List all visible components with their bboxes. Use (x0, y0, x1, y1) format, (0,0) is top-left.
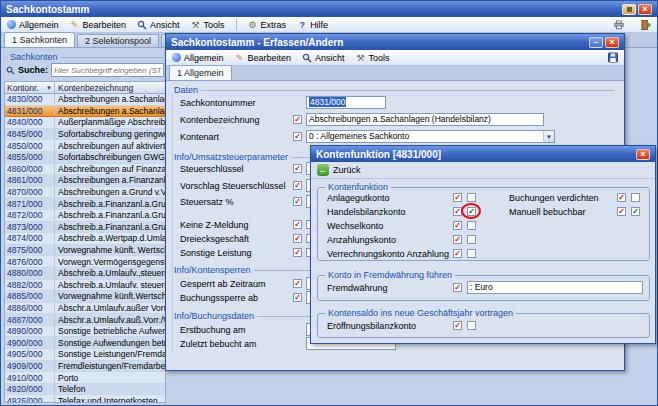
table-row[interactable]: 4905/000Sonstige Leistungen/Fremdarbeite… (5, 349, 165, 361)
close-icon[interactable]: × (605, 37, 619, 48)
tab-sachkonten[interactable]: 1 Sachkonten (4, 32, 75, 47)
close-icon[interactable]: × (638, 4, 652, 15)
table-row[interactable]: 4887/000Abschr.a.Umlaufv.auß.Vorr./Wer..… (5, 314, 165, 326)
gesperrt-edit-checkbox[interactable] (293, 279, 302, 288)
verrechnungskonto-edit-checkbox[interactable] (453, 249, 462, 258)
kontenart-field[interactable]: 0 : Allgemeines Sachkonto (306, 130, 544, 143)
table-row[interactable]: 4882/000Abschreib.a.Umlaufv. steuerrecht… (5, 280, 165, 292)
tab-selektionspool[interactable]: 2 Selektionspool (77, 34, 159, 47)
exit-icon[interactable] (641, 20, 651, 30)
table-row[interactable]: 4872/000Abschreib.a.Finanzanl.a.Grund v.… (5, 210, 165, 222)
bezeichnung-edit-checkbox[interactable] (293, 115, 302, 124)
main-titlebar[interactable]: Sachkontostamm × (1, 1, 657, 17)
account-name: Abschreib.a.Wertpap.d.Umlaufve... (55, 233, 165, 243)
table-row[interactable]: 4870/000Abschreibungen a.Grund v.Verlus.… (5, 187, 165, 199)
menu-bearbeiten[interactable]: ✎Bearbeiten (70, 20, 127, 30)
buchungssperre-edit-checkbox[interactable] (293, 293, 302, 302)
table-row[interactable]: 4890/000Sonstige betriebliche Aufwendung… (5, 326, 165, 338)
menu-hilfe[interactable]: ?Hilfe (297, 20, 328, 30)
edit-menubar: Allgemein ✎Bearbeiten Ansicht ⚒Tools (166, 50, 624, 66)
menu-ansicht[interactable]: Ansicht (137, 20, 180, 30)
anzahlungskonto-checkbox[interactable] (467, 235, 476, 244)
table-row[interactable]: 4871/000Abschreib.a.Finanzanl.a.Grund ..… (5, 198, 165, 210)
table-row[interactable]: 4920/000Telefon (5, 384, 165, 396)
steuerschluessel-edit-checkbox[interactable] (293, 164, 302, 173)
column-kontenbezeichnung[interactable]: Kontenbezeichnung (55, 82, 165, 93)
kontonummer-value: 4831/000 (309, 97, 346, 107)
table-row[interactable]: 4830/000Abschreibungen a.Sachanlagen (5, 94, 165, 106)
wechselkonto-checkbox[interactable] (467, 221, 476, 230)
table-row[interactable]: 4875/000Vorwegnahme künft. Wertschw... (5, 245, 165, 257)
bezeichnung-label: Kontenbezeichnung (180, 115, 260, 125)
manuell-bebuchbar-checkbox[interactable] (631, 207, 640, 216)
gesperrt-label: Gesperrt ab Zeitraum (180, 279, 266, 289)
anzahlungskonto-edit-checkbox[interactable] (453, 235, 462, 244)
verrechnungskonto-checkbox[interactable] (467, 249, 476, 258)
kontenart-dropdown-icon[interactable]: ▼ (543, 130, 555, 143)
menu-allgemein[interactable]: Allgemein (172, 53, 224, 63)
buchungen-verdichten-edit-checkbox[interactable] (617, 193, 626, 202)
minimize-icon[interactable]: – (589, 37, 603, 48)
z-meldung-edit-checkbox[interactable] (293, 220, 302, 229)
table-row[interactable]: 4855/000Sofortabschreibungen GWG (5, 152, 165, 164)
edit-titlebar[interactable]: Sachkontostamm - Erfassen/Ändern – × (166, 34, 624, 50)
table-row[interactable]: 4840/000Außerplanmäßige Abschreibungen (5, 117, 165, 129)
table-row[interactable]: 4885/000Vorwegnahme künft.Wertschwank... (5, 291, 165, 303)
table-row[interactable]: 4831/000Abschreibungen a.Sachanlagen (H.… (5, 106, 165, 118)
zuletzt-bebucht-label: Zuletzt bebucht am (180, 339, 257, 349)
table-row[interactable]: 4873/000Abschreib.a.Finanzanl.a.Grund ..… (5, 222, 165, 234)
table-row[interactable]: 4886/000Abschr.a.Umlaufv.außer Vorräte..… (5, 303, 165, 315)
bezeichnung-field[interactable]: Abschreibungen a.Sachanlagen (Handelsbil… (306, 113, 544, 126)
menu-extras[interactable]: ⚙Extras (248, 20, 287, 30)
fremdwaehrung-edit-checkbox[interactable] (453, 283, 462, 292)
dreiecksgeschaeft-edit-checkbox[interactable] (293, 234, 302, 243)
fremdwaehrung-field[interactable]: : Euro (467, 281, 643, 294)
menu-bearbeiten[interactable]: ✎Bearbeiten (235, 53, 292, 63)
table-row[interactable]: 4860/000Abschreibungen auf Finanzanlagen (5, 164, 165, 176)
kontonummer-field[interactable]: 4831/000 (306, 96, 386, 109)
table-row[interactable]: 4861/000Abschreibungen a.Finanzanl. 100.… (5, 175, 165, 187)
menu-label: Allgemein (184, 53, 224, 63)
table-row[interactable]: 4900/000Sonstige Aufwendungen betriebli.… (5, 337, 165, 349)
column-kontonr[interactable]: Kontonr.▼ (5, 82, 55, 93)
menu-allgemein[interactable]: Allgemein (7, 20, 59, 30)
menu-tools[interactable]: ⚒Tools (191, 20, 225, 30)
table-row[interactable]: 4909/000Fremdleistungen/Fremdarbeiten (5, 361, 165, 373)
kontenart-edit-checkbox[interactable] (293, 132, 302, 141)
wechselkonto-edit-checkbox[interactable] (453, 221, 462, 230)
window-menu-glyph (627, 7, 632, 12)
allgemein-icon (172, 53, 181, 62)
buchungen-verdichten-checkbox[interactable] (631, 193, 640, 202)
account-name: Abschr.a.Umlaufv.außer Vorräte... (55, 303, 165, 313)
anlagegutkonto-checkbox[interactable] (467, 193, 476, 202)
account-number: 4845/000 (5, 129, 55, 139)
back-button[interactable]: ← Zurück (317, 164, 361, 176)
fremdwaehrung-label: Fremdwährung (327, 283, 388, 293)
anlagegutkonto-edit-checkbox[interactable] (453, 193, 462, 202)
eroeffnungsbilanzkonto-edit-checkbox[interactable] (453, 321, 462, 330)
sonstige-leistung-edit-checkbox[interactable] (293, 248, 302, 257)
table-row[interactable]: 4910/000Porto (5, 372, 165, 384)
section-title: Daten (174, 85, 198, 95)
save-icon[interactable] (608, 53, 618, 63)
tab-allgemein[interactable]: 1 Allgemein (169, 65, 232, 80)
menu-tools[interactable]: ⚒Tools (356, 53, 390, 63)
table-row[interactable]: 4874/000Abschreib.a.Wertpap.d.Umlaufve..… (5, 233, 165, 245)
eroeffnungsbilanzkonto-checkbox[interactable] (467, 321, 476, 330)
manuell-bebuchbar-edit-checkbox[interactable] (617, 207, 626, 216)
table-row[interactable]: 4845/000Sofortabschreibung geringwertig.… (5, 129, 165, 141)
kontenfunktion-window: Kontenfunktion [4831/000] × ← Zurück Kon… (310, 145, 656, 344)
table-row[interactable]: 4876/000Vorwegn.Vermögensgegenst... (5, 256, 165, 268)
search-input[interactable] (51, 63, 164, 77)
steuersatz-edit-checkbox[interactable] (293, 197, 302, 206)
table-row[interactable]: 4850/000Abschreibungen auf aktivierte ge… (5, 140, 165, 152)
main-window-title: Sachkontostamm (6, 4, 620, 15)
table-row[interactable]: 4880/000Abschreib.a.Umlaufv.,steuerrecht… (5, 268, 165, 280)
menu-ansicht[interactable]: Ansicht (302, 53, 345, 63)
table-row[interactable]: 4925/000Telefax und Internetkosten (5, 395, 165, 402)
vorschlag-edit-checkbox[interactable] (293, 181, 302, 190)
printer-icon[interactable] (614, 20, 624, 30)
close-icon[interactable]: × (636, 149, 650, 160)
kontenfunktion-titlebar[interactable]: Kontenfunktion [4831/000] × (311, 146, 655, 162)
window-menu-button[interactable] (622, 4, 636, 15)
